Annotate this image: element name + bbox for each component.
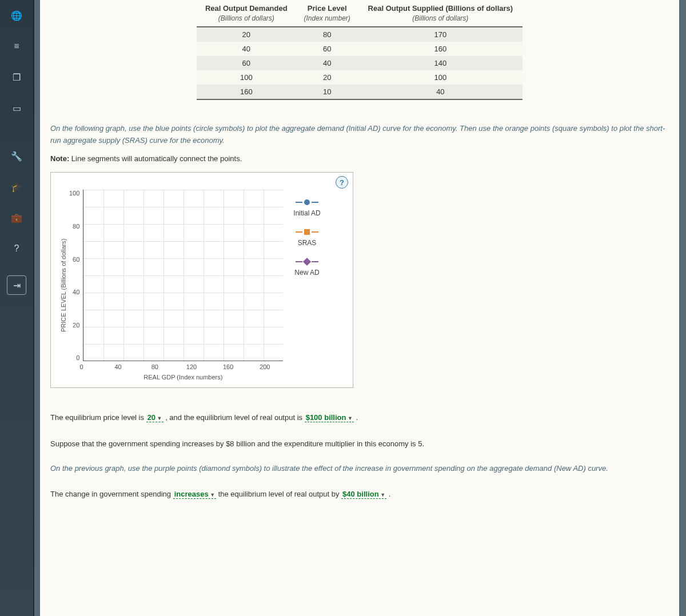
change-sentence: The change in government spending increa…	[50, 487, 669, 501]
col-header-price: Price Level (Index number)	[296, 0, 358, 27]
table-row: 60 40 140	[197, 56, 523, 70]
col-sub: (Billions of dollars)	[204, 14, 289, 23]
cell: 170	[358, 27, 523, 42]
y-tick: 60	[69, 256, 79, 263]
globe-icon[interactable]: 🌐	[7, 6, 26, 25]
table-row: 100 20 100	[197, 70, 523, 85]
sidebar: 🌐 ≡ ❐ ▭ 🔧 🎓 💼 ? ⇥	[0, 0, 34, 616]
instruction-new-ad: On the previous graph, use the purple po…	[50, 463, 669, 475]
cell: 160	[358, 42, 523, 56]
equilibrium-sentence: The equilibrium price level is 20 , and …	[50, 411, 669, 424]
text: The equilibrium price level is	[50, 413, 146, 422]
square-icon	[296, 229, 318, 235]
diamond-icon	[296, 258, 318, 265]
x-tick: 120	[173, 363, 210, 370]
cell: 60	[296, 42, 358, 56]
cell: 40	[358, 85, 523, 99]
graph-box: ? PRICE LEVEL (Billions of dollars) 100 …	[50, 172, 353, 388]
x-axis-label: REAL GDP (Index numbers)	[83, 374, 283, 381]
col-header-demand: Real Output Demanded (Billions of dollar…	[197, 0, 296, 27]
circle-icon	[296, 199, 318, 206]
dropdown-real-output[interactable]: $100 billion	[305, 413, 354, 422]
card-icon[interactable]: ▭	[7, 98, 26, 118]
page: Real Output Demanded (Billions of dollar…	[40, 0, 679, 616]
cell: 60	[197, 56, 296, 70]
exit-button[interactable]: ⇥	[7, 275, 26, 295]
y-tick: 20	[69, 322, 79, 329]
dropdown-amount[interactable]: $40 billion	[341, 490, 386, 499]
help-icon[interactable]: ?	[7, 239, 26, 258]
answer-block: The equilibrium price level is 20 , and …	[50, 411, 669, 501]
suppose-text: Suppose that the government spending inc…	[50, 437, 669, 450]
briefcase-icon[interactable]: 💼	[7, 208, 26, 227]
col-header-supply: Real Output Supplied (Billions of dollar…	[358, 0, 523, 27]
col-title: Real Output Demanded	[205, 4, 288, 13]
text: the equilibrium level of real output by	[216, 490, 341, 498]
cell: 10	[296, 85, 358, 99]
cell: 100	[197, 70, 296, 85]
dropdown-price-level[interactable]: 20	[146, 413, 163, 422]
legend: Initial AD SRAS New AD	[293, 190, 320, 381]
cell: 40	[197, 42, 296, 56]
legend-label: SRAS	[298, 239, 317, 247]
text: The change in government spending	[50, 490, 173, 498]
plot-grid[interactable]	[83, 190, 283, 361]
table-row: 160 10 40	[197, 85, 523, 99]
text: , and the equilibrium level of real outp…	[163, 413, 305, 422]
plot-area: PRICE LEVEL (Billions of dollars) 100 80…	[58, 190, 283, 381]
instruction-text: On the following graph, use the blue poi…	[50, 123, 669, 147]
content-wrap: Real Output Demanded (Billions of dollar…	[34, 0, 686, 616]
table-header-row: Real Output Demanded (Billions of dollar…	[197, 0, 523, 27]
text: .	[386, 490, 390, 498]
col-sub: (Billions of dollars)	[365, 14, 516, 23]
cell: 160	[197, 85, 296, 99]
cell: 20	[296, 70, 358, 85]
wrench-icon[interactable]: 🔧	[7, 146, 26, 166]
note-label: Note:	[50, 154, 69, 163]
list-icon[interactable]: ≡	[7, 37, 26, 56]
cell: 40	[296, 56, 358, 70]
data-table: Real Output Demanded (Billions of dollar…	[197, 0, 523, 100]
table-row: 40 60 160	[197, 42, 523, 56]
y-tick: 40	[69, 289, 79, 295]
text: .	[354, 413, 358, 422]
cell: 20	[197, 27, 296, 42]
dropdown-direction[interactable]: increases	[173, 490, 216, 499]
y-ticks: 100 80 60 40 20 0	[69, 190, 83, 361]
legend-sras[interactable]: SRAS	[293, 229, 320, 247]
x-tick: 160	[210, 363, 246, 370]
col-title: Real Output Supplied (Billions of dollar…	[368, 4, 513, 13]
y-axis-label: PRICE LEVEL (Billions of dollars)	[58, 190, 69, 381]
legend-initial-ad[interactable]: Initial AD	[293, 199, 320, 217]
cell: 100	[358, 70, 523, 85]
x-tick: 80	[137, 363, 173, 370]
note-body: Line segments will automatically connect…	[69, 154, 242, 163]
legend-new-ad[interactable]: New AD	[293, 258, 320, 277]
col-sub: (Index number)	[303, 14, 352, 23]
legend-label: Initial AD	[293, 209, 320, 217]
legend-label: New AD	[294, 269, 319, 277]
y-tick: 0	[69, 354, 79, 361]
note-text: Note: Line segments will automatically c…	[50, 154, 669, 163]
x-ticks: 0 40 80 120 160 200	[83, 363, 283, 370]
col-title: Price Level	[308, 4, 347, 13]
grad-cap-icon[interactable]: 🎓	[7, 177, 26, 197]
y-tick: 80	[69, 223, 79, 230]
cell: 140	[358, 56, 523, 70]
graph-help-icon[interactable]: ?	[336, 176, 348, 189]
table-row: 20 80 170	[197, 27, 523, 42]
cell: 80	[296, 27, 358, 42]
x-tick: 40	[100, 363, 137, 370]
x-tick: 200	[246, 363, 283, 370]
y-tick: 100	[69, 190, 79, 197]
copy-icon[interactable]: ❐	[7, 67, 26, 87]
